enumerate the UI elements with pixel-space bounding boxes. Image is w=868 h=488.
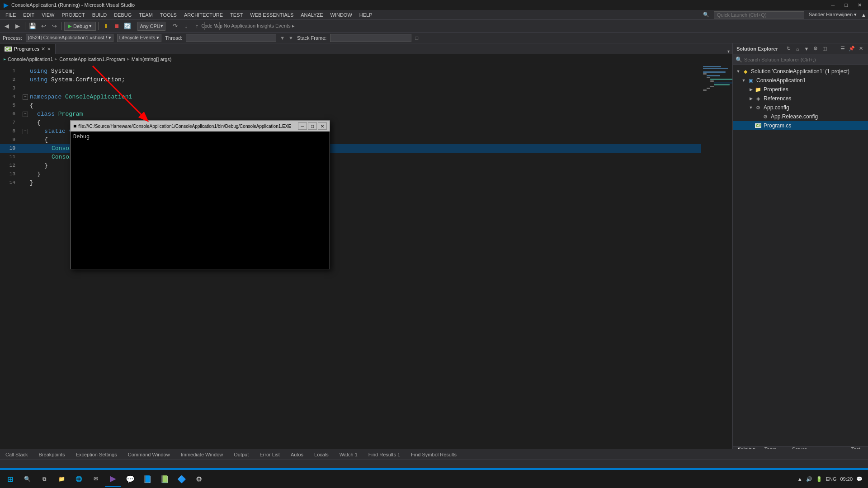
- taskbar-vs-btn[interactable]: ▶: [105, 471, 121, 487]
- minimap[interactable]: [701, 64, 732, 456]
- toolbar-step-out[interactable]: ↑: [192, 21, 202, 31]
- taskbar-explorer-btn[interactable]: 📁: [53, 471, 70, 487]
- app-release-config-item[interactable]: ⚙ App.Release.config: [733, 112, 868, 121]
- references-item[interactable]: ▶ ◈ References: [733, 94, 868, 103]
- expand-btn-4[interactable]: −: [23, 94, 28, 100]
- breadcrumb-item-3[interactable]: Main(string[] args): [132, 56, 172, 62]
- menu-view[interactable]: VIEW: [38, 11, 58, 19]
- menu-architecture[interactable]: ARCHITECTURE: [180, 11, 226, 19]
- project-item[interactable]: ▼ ▣ ConsoleApplication1: [733, 76, 868, 85]
- menu-build[interactable]: BUILD: [89, 11, 110, 19]
- console-close-btn[interactable]: ✕: [318, 122, 327, 130]
- toolbar-save-btn[interactable]: 💾: [28, 21, 38, 31]
- console-restore-btn[interactable]: □: [308, 122, 317, 130]
- expand-btn-6[interactable]: −: [23, 112, 28, 117]
- solution-search-bar[interactable]: 🔍: [733, 54, 868, 65]
- process-dropdown[interactable]: [4524] ConsoleApplication1.vshost.! ▾: [26, 34, 113, 42]
- taskbar-app2-btn[interactable]: 💬: [122, 471, 138, 487]
- toolbar-restart-btn[interactable]: 🔄: [123, 21, 132, 31]
- breadcrumb-item-2[interactable]: ConsoleApplication1.Program: [59, 56, 125, 62]
- menu-web-essentials[interactable]: WEB ESSENTIALS: [246, 11, 297, 19]
- collapse-icon[interactable]: ─: [830, 45, 837, 52]
- taskbar-app6-btn[interactable]: ⚙: [191, 471, 207, 487]
- battery-icon[interactable]: 🔋: [816, 476, 822, 482]
- sol-close-icon[interactable]: ✕: [857, 45, 864, 52]
- tab-error-list[interactable]: Error List: [256, 451, 283, 458]
- tab-watch-1[interactable]: Watch 1: [336, 451, 361, 458]
- user-label[interactable]: Sander Harrewijnen ▾: [809, 12, 857, 18]
- console-window[interactable]: ■ file:///C:/Source/Harreware/ConsoleApp…: [70, 120, 330, 269]
- menu-window[interactable]: WINDOW: [327, 11, 356, 19]
- toolbar-undo-btn[interactable]: ↩: [38, 21, 48, 31]
- tab-find-results-1[interactable]: Find Results 1: [365, 451, 404, 458]
- thread-dropdown[interactable]: [186, 34, 276, 42]
- quick-launch-input[interactable]: [714, 11, 804, 19]
- taskbar-app3-btn[interactable]: 📘: [139, 471, 156, 487]
- properties-item[interactable]: ▶ 📁 Properties: [733, 85, 868, 94]
- volume-icon[interactable]: 🔊: [806, 476, 812, 482]
- menu-team[interactable]: TEAM: [135, 11, 156, 19]
- taskbar-mail-btn[interactable]: ✉: [88, 471, 104, 487]
- menu-tools[interactable]: TOOLS: [156, 11, 180, 19]
- menu-file[interactable]: FILE: [2, 11, 19, 19]
- menu-help[interactable]: HELP: [356, 11, 376, 19]
- menu-test[interactable]: TEST: [226, 11, 246, 19]
- console-minimize-btn[interactable]: ─: [298, 122, 307, 130]
- menu-debug[interactable]: DEBUG: [110, 11, 135, 19]
- program-cs-item[interactable]: C# Program.cs: [733, 121, 868, 130]
- taskbar-task-view-btn[interactable]: ⧉: [36, 471, 52, 487]
- lifecycle-dropdown[interactable]: Lifecycle Events ▾: [117, 34, 162, 42]
- taskbar-notification-icon[interactable]: 💬: [856, 476, 863, 482]
- toolbar-redo-btn[interactable]: ↪: [49, 21, 59, 31]
- tab-exception-settings[interactable]: Exception Settings: [72, 451, 121, 458]
- taskbar-app5-btn[interactable]: 🔷: [174, 471, 190, 487]
- toolbar-forward-btn[interactable]: ▶: [13, 21, 23, 31]
- menu-analyze[interactable]: ANALYZE: [297, 11, 326, 19]
- breadcrumb-item-1[interactable]: ConsoleApplication1: [8, 56, 53, 62]
- expand-btn-8[interactable]: −: [23, 129, 28, 134]
- taskbar-search-btn[interactable]: 🔍: [19, 471, 35, 487]
- toolbar-code-map[interactable]: Code Map: [207, 21, 217, 31]
- sync-icon[interactable]: ↻: [785, 45, 792, 52]
- toolbar-step-over[interactable]: ↷: [170, 21, 180, 31]
- app-config-item[interactable]: ▼ ⚙ App.config: [733, 103, 868, 112]
- sol-settings-icon[interactable]: ☰: [839, 45, 846, 52]
- tab-autos[interactable]: Autos: [287, 451, 307, 458]
- taskbar-browser-btn[interactable]: 🌐: [71, 471, 87, 487]
- taskbar-start-btn[interactable]: ⊞: [2, 471, 18, 487]
- sol-pin-icon[interactable]: 📌: [848, 45, 855, 52]
- tab-program-cs[interactable]: C# Program.cs ✕ ✕: [0, 44, 56, 54]
- toolbar-step-into[interactable]: ↓: [181, 21, 191, 31]
- tab-close-btn[interactable]: ✕: [47, 47, 51, 52]
- close-button[interactable]: ✕: [855, 2, 864, 8]
- toolbar-debug-dropdown[interactable]: ▶ Debug ▾: [64, 22, 96, 31]
- network-icon[interactable]: ▲: [797, 476, 802, 482]
- stack-frame-dropdown[interactable]: [330, 34, 411, 42]
- tab-call-stack[interactable]: Call Stack: [2, 451, 32, 458]
- filter-icon[interactable]: ▼: [803, 45, 810, 52]
- menu-project[interactable]: PROJECT: [58, 11, 88, 19]
- restore-button[interactable]: □: [842, 2, 850, 8]
- tab-immediate-window[interactable]: Immediate Window: [177, 451, 227, 458]
- minimize-button[interactable]: ─: [829, 2, 838, 8]
- menu-edit[interactable]: EDIT: [19, 11, 38, 19]
- tab-breakpoints[interactable]: Breakpoints: [35, 451, 69, 458]
- tab-output[interactable]: Output: [230, 451, 252, 458]
- props-icon[interactable]: ⚙: [812, 45, 819, 52]
- console-title-controls[interactable]: ─ □ ✕: [298, 122, 327, 130]
- solution-search-input[interactable]: [744, 57, 865, 62]
- no-insights-label[interactable]: No Application Insights Events ▸: [224, 23, 295, 29]
- any-cpu-dropdown[interactable]: Any CPU ▾: [137, 22, 165, 31]
- tab-command-window[interactable]: Command Window: [124, 451, 174, 458]
- title-bar-controls[interactable]: ─ □ ✕: [829, 2, 864, 8]
- tab-locals[interactable]: Locals: [311, 451, 332, 458]
- preview-icon[interactable]: ◫: [821, 45, 828, 52]
- toolbar-stop-btn[interactable]: ⏹: [112, 21, 122, 31]
- tab-dropdown-btn[interactable]: ▾: [727, 49, 730, 54]
- toolbar-back-btn[interactable]: ◀: [2, 21, 12, 31]
- home-icon[interactable]: ⌂: [794, 45, 801, 52]
- tab-find-symbol-results[interactable]: Find Symbol Results: [407, 451, 460, 458]
- taskbar-app4-btn[interactable]: 📗: [156, 471, 173, 487]
- toolbar-pause-btn[interactable]: ⏸: [101, 21, 111, 31]
- solution-root-item[interactable]: ▼ ◆ Solution 'ConsoleApplication1' (1 pr…: [733, 67, 868, 76]
